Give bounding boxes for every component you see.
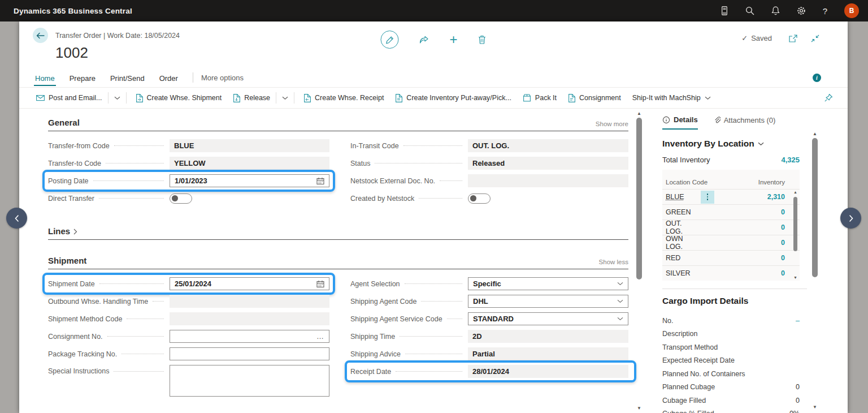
field-netstock-external-doc-no: Netstock External Doc. No. (350, 174, 628, 187)
calendar-icon[interactable] (316, 280, 324, 287)
create-whse-receipt-icon (303, 94, 311, 102)
notifications-bell-icon[interactable] (771, 6, 780, 15)
settings-gear-icon[interactable] (797, 6, 806, 15)
scroll-up-icon[interactable]: ▲ (811, 131, 818, 136)
tab-prepare[interactable]: Prepare (68, 70, 97, 86)
mobile-device-icon[interactable] (721, 6, 728, 15)
post-and-email-dropdown[interactable] (108, 92, 127, 104)
field-status: Status Released (350, 157, 628, 170)
main-scrollbar[interactable]: ▲ ▼ (636, 109, 643, 413)
field-posting-date: Posting Date 1/01/2023 (48, 174, 329, 187)
direct-transfer-toggle[interactable] (170, 193, 192, 204)
scroll-up-icon[interactable]: ▲ (636, 111, 643, 116)
consignment-no-input[interactable]: … (170, 330, 329, 343)
scrollbar-thumb[interactable] (793, 197, 797, 251)
package-tracking-no-input[interactable] (170, 347, 329, 360)
new-record-button[interactable]: + (449, 33, 457, 46)
ship-it-machship-button[interactable]: Ship-It with MachShip (627, 91, 717, 105)
release-button[interactable]: Release (227, 91, 276, 105)
table-scrollbar[interactable]: ▲ ▼ (792, 190, 798, 279)
tab-print-send[interactable]: Print/Send (109, 70, 146, 86)
tab-details[interactable]: Details (662, 115, 698, 130)
more-options[interactable]: More options (201, 74, 244, 82)
create-whse-shipment-button[interactable]: Create Whse. Shipment (130, 91, 228, 105)
inventory-by-location-title[interactable]: Inventory By Location (662, 139, 807, 149)
back-button[interactable] (33, 28, 48, 43)
pack-it-icon (523, 94, 531, 102)
created-by-netstock-toggle[interactable] (468, 193, 491, 204)
scrollbar-thumb[interactable] (812, 138, 818, 277)
next-record-button[interactable] (840, 208, 861, 229)
post-and-email-button[interactable]: Post and Email... (31, 91, 108, 105)
shipment-section-title[interactable]: Shipment (48, 256, 86, 265)
pin-toolbar-icon[interactable] (824, 93, 833, 102)
field-shipment-method-code: Shipment Method Code (48, 312, 329, 325)
field-consignment-no: Consignment No. … (48, 330, 329, 343)
field-transfer-from-code: Transfer-from Code BLUE (48, 139, 329, 152)
table-row[interactable]: OUT. LOG. 0 (662, 220, 800, 235)
lines-section-title[interactable]: Lines (48, 226, 77, 236)
field-transfer-to-code: Transfer-to Code YELLOW (48, 157, 329, 170)
cargo-field-cubage-pct-filled: Cubage % Filled 0% (662, 407, 800, 413)
pack-it-button[interactable]: Pack It (517, 91, 562, 105)
shipping-agent-service-code-select[interactable]: STANDARD (468, 312, 628, 325)
general-section-title[interactable]: General (48, 118, 80, 127)
tab-order[interactable]: Order (158, 70, 179, 86)
posting-date-input[interactable]: 1/01/2023 (170, 174, 329, 187)
column-inventory[interactable]: Inventory (758, 179, 785, 186)
shipping-agent-code-select[interactable]: DHL (468, 295, 628, 308)
scroll-down-icon[interactable]: ▼ (792, 276, 798, 279)
previous-record-button[interactable] (6, 208, 27, 229)
table-row[interactable]: GREEN 0 (662, 204, 800, 220)
column-location-code[interactable]: Location Code (666, 179, 708, 186)
scroll-down-icon[interactable]: ▼ (636, 406, 643, 411)
delete-button[interactable] (478, 35, 487, 44)
scrollbar-thumb[interactable] (636, 118, 642, 279)
row-menu-icon[interactable] (701, 191, 714, 204)
help-icon[interactable]: ? (823, 6, 827, 16)
collapse-view-icon[interactable] (811, 35, 819, 42)
info-badge-icon[interactable]: i (813, 74, 821, 82)
field-direct-transfer: Direct Transfer (48, 192, 329, 205)
edit-button[interactable] (380, 31, 398, 49)
agent-selection-select[interactable]: Specific (468, 277, 628, 290)
field-shipping-time: Shipping Time 2D (350, 330, 628, 343)
release-dropdown[interactable] (276, 92, 294, 104)
open-in-new-window-icon[interactable] (789, 35, 797, 42)
table-row[interactable]: BLUE 2,310 (662, 189, 800, 204)
factbox-scrollbar[interactable]: ▲ ▼ (811, 109, 818, 413)
search-icon[interactable] (745, 6, 754, 15)
scroll-up-icon[interactable]: ▲ (792, 190, 798, 194)
shipment-date-input[interactable]: 25/01/2024 (170, 277, 329, 290)
check-icon: ✓ (741, 34, 748, 42)
scroll-down-icon[interactable]: ▼ (811, 405, 818, 410)
table-row[interactable]: OWN LOG. 0 (662, 235, 800, 250)
tab-home[interactable]: Home (34, 70, 56, 86)
consignment-button[interactable]: Consignment (562, 91, 627, 105)
show-less-link[interactable]: Show less (599, 259, 628, 265)
show-more-link[interactable]: Show more (596, 121, 628, 127)
special-instructions-textarea[interactable] (170, 365, 329, 397)
chevron-down-icon (617, 299, 623, 303)
table-row[interactable]: SILVER 0 (662, 265, 800, 281)
share-button[interactable] (419, 36, 429, 44)
breadcrumb[interactable]: Transfer Order | Work Date: 18/05/2024 (55, 32, 180, 40)
create-whse-receipt-button[interactable]: Create Whse. Receipt (298, 91, 389, 105)
field-in-transit-code: In-Transit Code OUT. LOG. (350, 139, 628, 152)
table-row[interactable]: RED 0 (662, 250, 800, 265)
total-inventory-row: Total Inventory 4,325 (662, 156, 800, 164)
tab-attachments[interactable]: Attachments (0) (714, 116, 776, 129)
status-value: Released (468, 157, 628, 170)
page-backdrop: Transfer Order | Work Date: 18/05/2024 1… (0, 21, 868, 413)
shipment-method-code-value (170, 312, 329, 325)
inventory-by-location-table: Location Code Inventory BLUE 2,310 GREEN (662, 170, 800, 281)
netstock-external-doc-no-value (468, 174, 628, 187)
user-avatar[interactable]: B (844, 3, 859, 18)
total-inventory-value[interactable]: 4,325 (781, 156, 800, 164)
field-special-instructions: Special Instructions (48, 365, 329, 397)
top-app-bar: Dynamics 365 Business Central ? B (0, 0, 868, 21)
create-inventory-putaway-button[interactable]: Create Inventory Put-away/Pick... (389, 91, 517, 105)
assist-edit-icon[interactable]: … (316, 332, 324, 341)
calendar-icon[interactable] (316, 177, 324, 184)
section-rule (48, 131, 628, 131)
